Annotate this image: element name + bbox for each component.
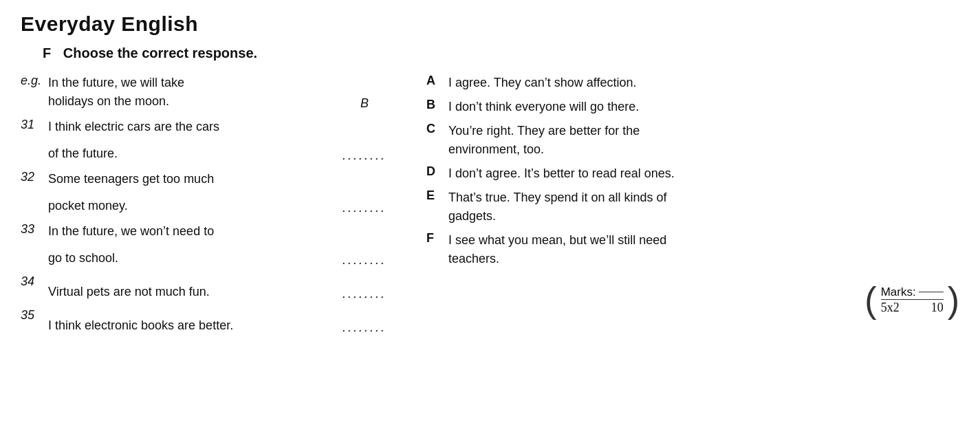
resp-A-letter: A bbox=[426, 74, 448, 88]
question-35: 35 I think electronic books are better. … bbox=[21, 308, 392, 335]
page-title: Everyday English bbox=[21, 12, 959, 36]
marks-blank bbox=[919, 292, 944, 292]
q33-num: 33 bbox=[21, 222, 48, 268]
resp-C-line1: You’re right. They are better for the bbox=[448, 122, 640, 140]
resp-E-lines: That’s true. They spend it on all kinds … bbox=[448, 188, 667, 226]
q34-content: Virtual pets are not much fun. ........ bbox=[48, 274, 392, 301]
resp-E-line1: That’s true. They spend it on all kinds … bbox=[448, 188, 667, 207]
resp-E-letter: E bbox=[426, 188, 448, 203]
q33-line2-row: go to school. ........ bbox=[48, 241, 392, 268]
q32-line1: Some teenagers get too much bbox=[48, 170, 392, 188]
q35-content: I think electronic books are better. ...… bbox=[48, 308, 392, 335]
resp-F-line1: I see what you mean, but we’ll still nee… bbox=[448, 231, 666, 250]
q33-line2: go to school. bbox=[48, 249, 337, 268]
q34-num: 34 bbox=[21, 274, 48, 301]
question-33: 33 In the future, we won’t need to go to… bbox=[21, 222, 392, 268]
q31-line2-row: of the future. ........ bbox=[48, 136, 392, 163]
paren-right-icon: ) bbox=[948, 282, 959, 318]
q33-line1: In the future, we won’t need to bbox=[48, 222, 392, 241]
resp-A-text: I agree. They can’t show affection. bbox=[448, 74, 959, 92]
question-32: 32 Some teenagers get too much pocket mo… bbox=[21, 170, 392, 215]
resp-F-lines: I see what you mean, but we’ll still nee… bbox=[448, 231, 666, 268]
resp-D-text: I don’t agree. It’s better to read real … bbox=[448, 164, 959, 183]
example-line2-row: holidays on the moon. B bbox=[48, 92, 392, 111]
q33-dots: ........ bbox=[337, 241, 392, 268]
resp-B-letter: B bbox=[426, 98, 448, 112]
marks-area: ( Marks: 5x2 10 ) bbox=[426, 282, 959, 318]
resp-E-line2: gadgets. bbox=[448, 207, 667, 226]
q32-line2: pocket money. bbox=[48, 197, 337, 215]
example-answer: B bbox=[337, 96, 392, 111]
q32-line2-row: pocket money. ........ bbox=[48, 188, 392, 215]
section-label: F bbox=[43, 45, 51, 61]
q32-num: 32 bbox=[21, 170, 48, 215]
q35-line1-row: I think electronic books are better. ...… bbox=[48, 308, 392, 335]
question-31: 31 I think electric cars are the cars of… bbox=[21, 118, 392, 163]
q35-line1: I think electronic books are better. bbox=[48, 316, 337, 335]
section-header: F Choose the correct response. bbox=[43, 45, 959, 61]
resp-F-letter: F bbox=[426, 231, 448, 246]
response-B: B I don’t think everyone will go there. bbox=[426, 98, 959, 116]
q33-content: In the future, we won’t need to go to sc… bbox=[48, 222, 392, 268]
q32-content: Some teenagers get too much pocket money… bbox=[48, 170, 392, 215]
q34-dots: ........ bbox=[337, 274, 392, 301]
resp-F-line2: teachers. bbox=[448, 250, 666, 268]
q31-line1: I think electric cars are the cars bbox=[48, 118, 392, 136]
right-column: A I agree. They can’t show affection. B … bbox=[406, 74, 959, 342]
main-content: e.g. In the future, we will take holiday… bbox=[21, 74, 959, 342]
marks-total: 10 bbox=[931, 301, 944, 315]
q35-dots: ........ bbox=[337, 308, 392, 335]
q31-line2: of the future. bbox=[48, 144, 337, 163]
example-row: e.g. In the future, we will take holiday… bbox=[21, 74, 392, 111]
marks-multiplier: 5x2 bbox=[881, 301, 900, 315]
q34-line1-row: Virtual pets are not much fun. ........ bbox=[48, 274, 392, 301]
response-A: A I agree. They can’t show affection. bbox=[426, 74, 959, 92]
marks-label: Marks: bbox=[881, 285, 916, 299]
q34-line1: Virtual pets are not much fun. bbox=[48, 283, 337, 301]
marks-inner: Marks: 5x2 10 bbox=[878, 285, 946, 315]
response-C: C You’re right. They are better for the … bbox=[426, 122, 959, 159]
marks-top-row: Marks: bbox=[881, 285, 944, 299]
example-line2: holidays on the moon. bbox=[48, 92, 337, 111]
left-column: e.g. In the future, we will take holiday… bbox=[21, 74, 406, 342]
resp-C-letter: C bbox=[426, 122, 448, 136]
q35-num: 35 bbox=[21, 308, 48, 335]
section-instruction-text: Choose the correct response. bbox=[63, 45, 257, 61]
response-F: F I see what you mean, but we’ll still n… bbox=[426, 231, 959, 268]
response-D: D I don’t agree. It’s better to read rea… bbox=[426, 164, 959, 183]
resp-D-letter: D bbox=[426, 164, 448, 179]
marks-bottom-row: 5x2 10 bbox=[881, 299, 944, 315]
resp-B-text: I don’t think everyone will go there. bbox=[448, 98, 959, 116]
example-content: In the future, we will take holidays on … bbox=[48, 74, 392, 111]
q32-dots: ........ bbox=[337, 188, 392, 215]
example-label: e.g. bbox=[21, 74, 48, 111]
marks-box: ( Marks: 5x2 10 ) bbox=[864, 282, 959, 318]
resp-C-lines: You’re right. They are better for the en… bbox=[448, 122, 640, 159]
response-E: E That’s true. They spend it on all kind… bbox=[426, 188, 959, 226]
q31-dots: ........ bbox=[337, 136, 392, 163]
resp-C-line2: environment, too. bbox=[448, 140, 640, 159]
q31-content: I think electric cars are the cars of th… bbox=[48, 118, 392, 163]
q31-num: 31 bbox=[21, 118, 48, 163]
paren-left-icon: ( bbox=[864, 282, 876, 318]
question-34: 34 Virtual pets are not much fun. ......… bbox=[21, 274, 392, 301]
example-line1: In the future, we will take bbox=[48, 74, 392, 92]
